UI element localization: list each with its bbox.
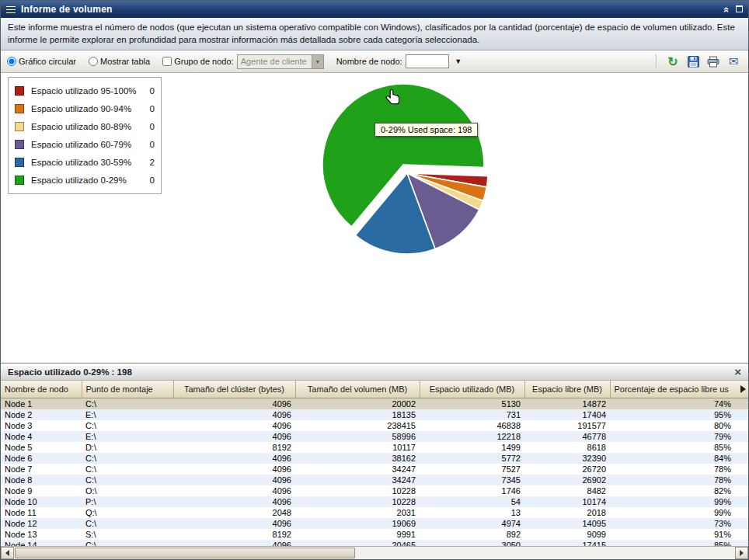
table-cell: 46838 [420,420,524,431]
table-cell: 18135 [295,409,420,420]
email-icon: ✉ [729,54,739,68]
table-cell: 79% [610,431,748,442]
table-cell: 26902 [524,475,610,485]
legend-count: 0 [145,86,155,96]
title-bar: Informe de volumen « [1,1,748,18]
column-header[interactable]: Espacio libre (MB) [524,381,610,398]
table-cell: 4096 [173,431,295,442]
table-row[interactable]: Node 12C:\40961906949741409573% [1,518,748,529]
toolbar-divider [656,54,657,68]
legend-item[interactable]: Espacio utilizado 80-89%0 [15,117,155,135]
table-cell: 14872 [524,398,610,409]
close-button[interactable]: × [734,366,741,377]
save-icon [688,56,699,68]
pie-chart-radio[interactable] [7,57,16,66]
table-cell: 82% [610,485,748,496]
print-icon [707,56,719,68]
column-header[interactable]: Tamaño del clúster (bytes) [173,381,295,398]
table-row[interactable]: Node 4E:\409658996122184677879% [1,431,748,442]
table-cell: C:\ [82,453,173,464]
table-row[interactable]: Node 5D:\8192101171499861885% [1,442,748,453]
maximize-button[interactable] [736,5,743,14]
column-header[interactable]: Porcentaje de espacio libre us [610,381,748,398]
email-button[interactable]: ✉ [725,53,742,70]
table-row[interactable]: Node 3C:\40962384154683819157780% [1,420,748,431]
table-cell: 38162 [295,453,420,464]
node-group-select-value: Agente de cliente [241,57,307,66]
legend-item[interactable]: Espacio utilizado 30-59%2 [15,153,155,171]
cursor-hand-icon [385,89,402,107]
table-cell: 20002 [295,398,420,409]
table-cell: C:\ [82,398,173,409]
table-row[interactable]: Node 1C:\40962000251301487274% [1,398,748,409]
column-header[interactable]: Espacio utilizado (MB) [420,381,524,398]
scrollbar-thumb[interactable] [15,548,355,558]
legend-swatch-icon [15,104,24,113]
table-row[interactable]: Node 10P:\409610228541017499% [1,496,748,507]
double-chevron-up-icon: « [722,6,732,12]
maximize-icon [736,5,743,12]
refresh-button[interactable]: ↻ [664,53,681,70]
scroll-right-button[interactable] [735,547,748,559]
pie-chart-radio-option[interactable]: Gráfico circular [7,57,76,66]
table-row[interactable]: Node 9O:\4096102281746848282% [1,485,748,496]
table-cell: Node 7 [1,464,82,475]
legend-swatch-icon [15,176,24,185]
table-cell: Node 8 [1,475,82,485]
table-cell: E:\ [82,409,173,420]
show-table-radio[interactable] [89,57,98,66]
table-cell: 4096 [173,518,295,529]
column-scroll-right-icon[interactable] [740,385,746,393]
node-name-input[interactable] [406,54,449,68]
column-header[interactable]: Punto de montaje [82,381,173,398]
legend-item[interactable]: Espacio utilizado 0-29%0 [15,171,155,189]
legend-label: Espacio utilizado 80-89% [31,122,131,131]
save-button[interactable] [685,53,702,70]
show-table-radio-option[interactable]: Mostrar tabla [89,57,150,66]
table-cell: 4096 [173,464,295,475]
legend-count: 0 [145,176,155,185]
node-name-dropdown-button[interactable]: ▼ [452,54,465,68]
table-cell: 7345 [420,475,524,485]
horizontal-scrollbar[interactable] [1,546,748,559]
table-cell: C:\ [82,464,173,475]
table-cell: 14095 [524,518,610,529]
table-row[interactable]: Node 13S:\81929991892909991% [1,529,748,540]
chevron-down-icon: ▼ [312,55,323,68]
table-cell: Node 9 [1,485,82,496]
table-cell: Node 1 [1,398,82,409]
table-row[interactable]: Node 11Q:\2048203113201899% [1,507,748,518]
node-group-checkbox-option[interactable]: Grupo de nodo: [162,57,233,66]
node-group-select: Agente de cliente ▼ [237,54,324,69]
table-cell: 10117 [295,442,420,453]
legend-swatch-icon [15,86,24,96]
scroll-left-button[interactable] [1,547,14,559]
table-cell: 10228 [295,485,420,496]
table-row[interactable]: Node 7C:\40963424775272672078% [1,464,748,475]
table-cell: 892 [420,529,524,540]
legend-item[interactable]: Espacio utilizado 95-100%0 [15,82,155,99]
table-cell: 7527 [420,464,524,475]
node-group-checkbox[interactable] [162,57,172,66]
legend-item[interactable]: Espacio utilizado 90-94%0 [15,99,155,117]
legend-count: 0 [145,122,155,131]
table-cell: 4096 [173,496,295,507]
table-cell: 91% [610,529,748,540]
print-button[interactable] [705,53,722,70]
table-cell: 46778 [524,431,610,442]
column-header[interactable]: Tamaño del volumen (MB) [295,381,420,398]
report-description: Este informe muestra el número de nodos … [1,18,748,50]
table-cell: 9099 [524,529,610,540]
refresh-icon: ↻ [667,54,678,69]
collapse-button[interactable]: « [724,5,730,15]
legend-count: 0 [145,140,155,149]
legend-item[interactable]: Espacio utilizado 60-79%0 [15,135,155,153]
table-cell: 26720 [524,464,610,475]
table-row[interactable]: Node 6C:\40963816257723239084% [1,453,748,464]
table-row[interactable]: Node 8C:\40963424773452690278% [1,475,748,485]
table-row[interactable]: Node 2E:\4096181357311740495% [1,409,748,420]
table-cell: 8618 [524,442,610,453]
toolbar: Gráfico circular Mostrar tabla Grupo de … [1,50,748,73]
table-cell: P:\ [82,496,173,507]
column-header[interactable]: Nombre de nodo [1,381,82,398]
